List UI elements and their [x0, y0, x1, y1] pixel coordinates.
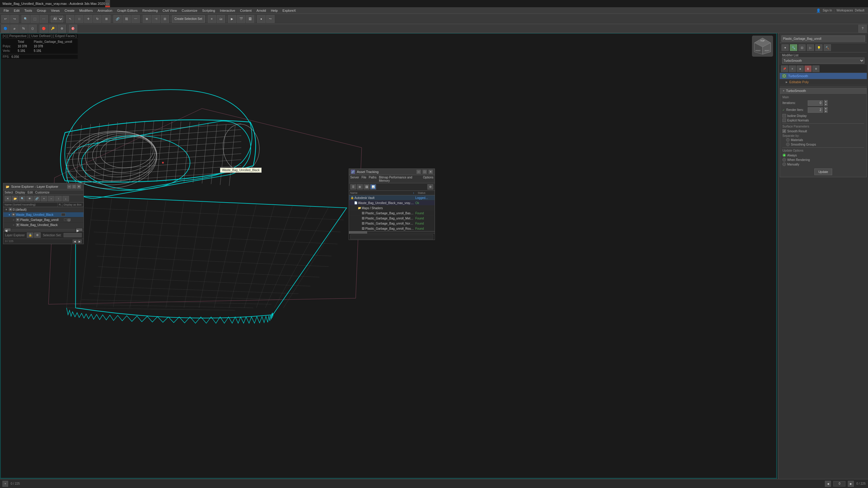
isoline-checkbox[interactable] — [782, 114, 786, 118]
turbоsmooth-modifier[interactable]: TurboSmooth — [780, 73, 867, 79]
scroll-left[interactable]: ◀ — [4, 228, 10, 231]
scroll-right[interactable]: ▶ — [76, 228, 82, 231]
render-iters-spinner[interactable]: 2 — [808, 107, 823, 113]
display-icon-2[interactable] — [64, 218, 67, 221]
display-icon-2b[interactable]: □ — [67, 218, 70, 221]
iterations-down[interactable]: ▼ — [824, 103, 828, 106]
menu-help[interactable]: Help — [269, 8, 280, 13]
move-button[interactable]: ✛ — [84, 15, 93, 23]
asset-toolbar-detail[interactable]: ⊞ — [357, 184, 363, 190]
explorer-menu-edit[interactable]: Edit — [28, 191, 33, 194]
angle-snap[interactable]: ⌀ — [10, 25, 19, 33]
asset-menu-file[interactable]: File — [361, 176, 366, 182]
asset-row-max-file[interactable]: 📄 Waste_Bag_Unrolled_Black_max_vray.max … — [349, 201, 435, 206]
menu-modifiers[interactable]: Modifiers — [77, 8, 95, 13]
select-region-rect[interactable]: □ — [75, 15, 84, 23]
select-button[interactable]: ↖ — [66, 15, 74, 23]
menu-rendering[interactable]: Rendering — [140, 8, 160, 13]
when-rendering-radio[interactable] — [782, 158, 786, 161]
modify-panel-btn[interactable]: 🔧 — [790, 44, 797, 51]
layer-manager-button[interactable]: ≡ — [208, 15, 216, 23]
explorer-row-waste-bag[interactable]: ● 👁 Waste_Bag_Unrolled_Black — [3, 212, 84, 217]
menu-edit[interactable]: Edit — [11, 8, 22, 13]
menu-animation[interactable]: Animation — [95, 8, 115, 13]
asset-row-maps-folder[interactable]: 📁 Maps / Shaders — [349, 206, 435, 211]
asset-toolbar-settings[interactable]: ⚙ — [427, 184, 433, 190]
menu-scripting[interactable]: Scripting — [200, 8, 218, 13]
visibility-toggle-2[interactable]: 👁 — [16, 218, 20, 221]
asset-menu-server[interactable]: Server — [350, 176, 359, 182]
pin-stack-btn[interactable]: 📌 — [781, 65, 788, 72]
asset-row-basecolor[interactable]: 🖼 Plastic_Garbage_Bag_unroll_BaseColor.p… — [349, 211, 435, 216]
hierarchy-panel-btn[interactable]: ⊡ — [798, 44, 806, 51]
display-box-1[interactable] — [61, 213, 65, 216]
pivot-button[interactable]: ⊕ — [143, 15, 151, 23]
make-unique-btn[interactable]: ◈ — [797, 65, 804, 72]
turbоsmooth-rollout-header[interactable]: ▼ TurboSmooth — [780, 88, 867, 94]
menu-views[interactable]: Views — [49, 8, 62, 13]
scene-explorer-btn[interactable]: 🗂 — [217, 15, 225, 23]
stack-view-btn[interactable]: ≡ — [789, 65, 796, 72]
asset-row-normal[interactable]: 🖼 Plastic_Garbage_Bag_unroll_Normal.png … — [349, 221, 435, 226]
display-panel-btn[interactable]: 💡 — [815, 44, 823, 51]
filter-btn[interactable]: ⚙ — [58, 25, 66, 33]
smooth-result-checkbox[interactable]: ✓ — [782, 129, 786, 133]
rotate-button[interactable]: ↻ — [93, 15, 101, 23]
explorer-lock-btn[interactable]: 🔒 — [27, 233, 33, 238]
smoothing-groups-radio[interactable] — [786, 143, 789, 146]
explorer-toolbar-btn-5[interactable]: 🔗 — [33, 196, 40, 201]
explorer-toolbar-btn-1[interactable]: ✕ — [4, 196, 11, 201]
explorer-menu-display[interactable]: Display — [16, 191, 25, 194]
sign-in-label[interactable]: Sign In — [823, 9, 832, 12]
asset-row-metallic[interactable]: 🖼 Plastic_Garbage_Bag_unroll_Metallic.pn… — [349, 216, 435, 221]
menu-explorex[interactable]: ExploreX — [280, 8, 299, 13]
asset-scrollbar[interactable] — [349, 231, 435, 234]
update-button[interactable]: Update — [814, 169, 832, 175]
menu-arnold[interactable]: Arnold — [254, 8, 269, 13]
redo-button[interactable]: ↪ — [10, 15, 19, 23]
explorer-toolbar-btn-8[interactable]: ↑ — [55, 196, 62, 201]
material-editor-button[interactable]: ● — [257, 15, 266, 23]
spinner-snap[interactable]: ⟨⟩ — [28, 25, 37, 33]
explorer-toolbar-btn-6[interactable]: + — [41, 196, 47, 201]
status-next-frame[interactable]: ▶ — [848, 481, 854, 487]
scene-explorer-minimize[interactable]: ─ — [67, 184, 71, 189]
nav-cube[interactable]: TOP FRONT RIGHT — [752, 36, 773, 57]
curve-editor-button[interactable]: 〜 — [266, 15, 275, 23]
explorer-prev-btn[interactable]: ◀ — [73, 240, 77, 243]
set-key[interactable]: 🔑 — [49, 25, 57, 33]
status-prev-frame[interactable]: ◀ — [825, 481, 831, 487]
menu-interactive[interactable]: Interactive — [218, 8, 238, 13]
visibility-toggle-3[interactable]: 👁 — [16, 223, 20, 227]
explorer-row-default-layer[interactable]: ≡ 👁 0 (default) — [3, 207, 84, 212]
undo-button[interactable]: ↩ — [1, 15, 10, 23]
asset-col-sort[interactable]: ↕ — [412, 191, 416, 195]
object-name-input[interactable] — [781, 36, 865, 41]
explicit-normals-checkbox[interactable] — [782, 118, 786, 122]
explorer-toolbar-btn-9[interactable]: ↓ — [62, 196, 69, 201]
create-panel-btn[interactable]: ✦ — [781, 44, 789, 51]
status-create-btn[interactable]: + — [2, 481, 8, 487]
percent-snap[interactable]: % — [19, 25, 28, 33]
asset-row-vault[interactable]: 🔒 Autodesk Vault Logged... — [349, 195, 435, 201]
asset-menu-bitmap[interactable]: Bitmap Performance and Memory — [379, 176, 421, 182]
materials-radio[interactable] — [786, 138, 789, 142]
link-button[interactable]: 🔗 — [113, 15, 122, 23]
help-btn[interactable]: ? — [858, 25, 867, 33]
explorer-toolbar-btn-2[interactable]: 📂 — [12, 196, 19, 201]
scene-explorer-maximize[interactable]: □ — [72, 184, 76, 189]
unlink-button[interactable]: ⛓ — [122, 15, 131, 23]
frame-input[interactable] — [833, 481, 845, 487]
asset-minimize-btn[interactable]: ─ — [416, 170, 421, 174]
viewport-3d[interactable] — [0, 33, 778, 479]
scene-explorer-close[interactable]: ✕ — [77, 184, 81, 189]
explorer-toolbar-btn-7[interactable]: − — [48, 196, 55, 201]
always-radio[interactable] — [782, 153, 786, 157]
menu-customize[interactable]: Customize — [179, 8, 200, 13]
scroll-track[interactable] — [11, 228, 76, 231]
explorer-toolbar-btn-4[interactable]: 👁 — [26, 196, 33, 201]
snaps-toggle[interactable]: 🔵 — [1, 25, 10, 33]
select-region-button[interactable]: ⬚ — [30, 15, 39, 23]
render-iters-up[interactable]: ▲ — [824, 107, 828, 110]
modifier-list-dropdown[interactable]: TurboSmooth — [782, 58, 864, 64]
